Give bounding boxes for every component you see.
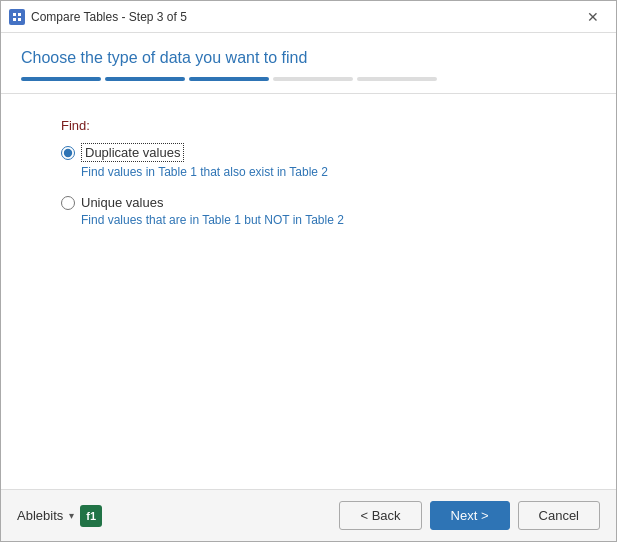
step-2 bbox=[105, 77, 185, 81]
unique-label[interactable]: Unique values bbox=[81, 195, 163, 210]
header: Choose the type of data you want to find bbox=[1, 33, 616, 94]
cancel-button[interactable]: Cancel bbox=[518, 501, 600, 530]
svg-rect-1 bbox=[18, 13, 21, 16]
back-button[interactable]: < Back bbox=[339, 501, 421, 530]
brand-label: Ablebits bbox=[17, 508, 63, 523]
unique-radio-row: Unique values bbox=[61, 195, 556, 210]
step-4 bbox=[273, 77, 353, 81]
footer: Ablebits ▾ f1 < Back Next > Cancel bbox=[1, 489, 616, 541]
step-1 bbox=[21, 77, 101, 81]
close-button[interactable]: ✕ bbox=[578, 5, 608, 29]
window-title: Compare Tables - Step 3 of 5 bbox=[31, 10, 578, 24]
next-button[interactable]: Next > bbox=[430, 501, 510, 530]
main-window: Compare Tables - Step 3 of 5 ✕ Choose th… bbox=[0, 0, 617, 542]
brand-area: Ablebits ▾ f1 bbox=[17, 505, 102, 527]
unique-radio[interactable] bbox=[61, 196, 75, 210]
svg-rect-0 bbox=[13, 13, 16, 16]
page-title: Choose the type of data you want to find bbox=[21, 49, 596, 67]
duplicate-radio-row: Duplicate values bbox=[61, 143, 556, 162]
brand-f1-icon[interactable]: f1 bbox=[80, 505, 102, 527]
svg-rect-2 bbox=[13, 18, 16, 21]
duplicate-radio[interactable] bbox=[61, 146, 75, 160]
app-icon bbox=[9, 9, 25, 25]
svg-rect-3 bbox=[18, 18, 21, 21]
duplicate-label[interactable]: Duplicate values bbox=[81, 143, 184, 162]
unique-description: Find values that are in Table 1 but NOT … bbox=[81, 213, 556, 227]
title-bar: Compare Tables - Step 3 of 5 ✕ bbox=[1, 1, 616, 33]
duplicate-option: Duplicate values Find values in Table 1 … bbox=[61, 143, 556, 179]
window-controls: ✕ bbox=[578, 5, 608, 29]
duplicate-description: Find values in Table 1 that also exist i… bbox=[81, 165, 556, 179]
footer-buttons: < Back Next > Cancel bbox=[339, 501, 600, 530]
step-3 bbox=[189, 77, 269, 81]
step-5 bbox=[357, 77, 437, 81]
content-area: Find: Duplicate values Find values in Ta… bbox=[1, 94, 616, 489]
find-label: Find: bbox=[61, 118, 556, 133]
unique-option: Unique values Find values that are in Ta… bbox=[61, 195, 556, 227]
step-indicators bbox=[21, 77, 596, 81]
brand-chevron-icon[interactable]: ▾ bbox=[69, 510, 74, 521]
